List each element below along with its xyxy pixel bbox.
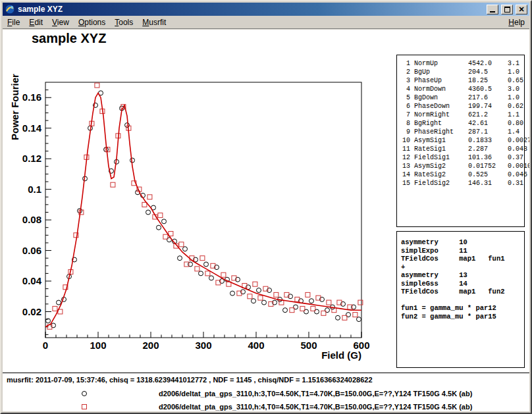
parameter-panel: 1NormUp4542.03.12BgUp204.51.03PhaseUp18.… [396, 55, 525, 227]
menu-file[interactable]: File [3, 16, 24, 28]
legend-label: d2006/deltat_pta_gps_3110,h:4,T0=4.50K,T… [159, 403, 472, 411]
theory-line: + [401, 263, 520, 272]
close-button[interactable]: ✕ [516, 5, 527, 14]
canvas-area: sample XYZ 01002003004005006000.020.040.… [3, 30, 529, 411]
close-icon: ✕ [518, 6, 524, 13]
y-tick-label: 0.02 [22, 306, 41, 317]
y-tick-label: 0.04 [22, 275, 42, 286]
x-tick-label: 0 [43, 340, 48, 351]
param-row: 13AsymSig20.017520.00101 [400, 162, 521, 170]
menu-bar-left: FileEditViewOptionsToolsMusrfit [3, 16, 171, 28]
window-title: sample XYZ [18, 5, 484, 14]
param-row: 7NormRight621.21.1 [400, 111, 521, 119]
x-tick-label: 200 [142, 340, 159, 351]
menu-view[interactable]: View [47, 16, 74, 28]
x-axis-title: Field (G) [321, 349, 361, 361]
legend-row: d2006/deltat_pta_gps_3110,h:3,T0=4.50K,T… [3, 388, 529, 400]
menu-bar-right: Help [504, 16, 529, 28]
param-row: 1NormUp4542.03.1 [400, 59, 521, 68]
y-tick-label: 0.1 [28, 184, 41, 195]
param-list: 1NormUp4542.03.12BgUp204.51.03PhaseUp18.… [400, 59, 521, 188]
plot-svg[interactable]: 01002003004005006000.020.040.060.080.10.… [3, 30, 395, 372]
y-tick-label: 0.14 [22, 122, 42, 134]
menu-edit[interactable]: Edit [24, 16, 47, 28]
x-tick-label: 400 [248, 340, 264, 351]
y-axis-title: Power Fourier [9, 74, 20, 140]
series-fit-line [45, 93, 361, 326]
menu-musrfit[interactable]: Musrfit [138, 16, 171, 28]
param-row: 12FieldSig1101.360.37 [400, 153, 521, 162]
param-row: 5BgDown217.61.0 [400, 93, 521, 102]
theory-panel: asymmetry 10simplExpo 11TFieldCos map1 f… [396, 231, 525, 368]
minimize-icon [490, 11, 495, 13]
param-row: 8BgRight42.610.80 [400, 119, 521, 128]
menu-options[interactable]: Options [74, 16, 110, 28]
menu-bar: FileEditViewOptionsToolsMusrfit Help [3, 16, 529, 29]
y-tick-label: 0.06 [22, 245, 41, 256]
menu-tools[interactable]: Tools [110, 16, 138, 28]
theory-line: fun1 = gamma_mu * par12 [401, 304, 520, 313]
series-h3-circles [46, 91, 361, 328]
plot-frame [45, 82, 361, 338]
param-row: 11RateSig12.2870.043 [400, 145, 521, 153]
legend-marker-square [82, 404, 87, 409]
param-row: 9PhaseRight287.11.4 [400, 128, 521, 136]
theory-line: asymmetry 10 [401, 238, 520, 247]
theory-line: TFieldCos map1 fun1 [401, 255, 520, 263]
minimize-button[interactable] [487, 5, 498, 14]
theory-line: asymmetry 13 [401, 271, 520, 280]
x-tick-label: 100 [90, 340, 106, 351]
param-row: 6PhaseDown199.740.62 [400, 102, 521, 111]
legend-marker-circle [82, 391, 87, 396]
x-tick-label: 500 [300, 340, 317, 351]
theory-line: simplExpo 11 [401, 247, 520, 255]
param-row: 14RateSig20.5250.046 [400, 170, 521, 179]
fit-stats: musrfit: 2011-07-09, 15:37:46, chisq = 1… [7, 376, 373, 384]
titlebar[interactable]: sample XYZ ✕ [3, 3, 529, 16]
legend-row: d2006/deltat_pta_gps_3110,h:4,T0=4.50K,T… [3, 401, 529, 411]
param-row: 10AsymSig10.18330.0027 [400, 136, 521, 145]
app-window: sample XYZ ✕ FileEditViewOptionsToolsMus… [0, 0, 532, 414]
menu-help[interactable]: Help [504, 16, 529, 28]
y-tick-label: 0.12 [22, 153, 41, 164]
x-tick-label: 300 [195, 340, 211, 351]
theory-line: fun2 = gamma_mu * par15 [401, 313, 520, 321]
param-row: 4NormDown4360.53.0 [400, 85, 521, 93]
param-row: 3PhaseUp18.250.65 [400, 76, 521, 85]
param-row: 15FieldSig2146.310.31 [400, 179, 521, 188]
theory-line: simpleGss 14 [401, 280, 520, 288]
theory-lines: asymmetry 10simplExpo 11TFieldCos map1 f… [401, 238, 520, 321]
footer-separator [3, 373, 529, 373]
y-tick-label: 0.08 [22, 214, 41, 225]
param-row: 2BgUp204.51.0 [400, 68, 521, 76]
y-tick-label: 0.16 [22, 91, 41, 103]
legend-label: d2006/deltat_pta_gps_3110,h:3,T0=4.50K,T… [159, 390, 472, 398]
app-icon [5, 4, 15, 14]
series-h4-squares [47, 83, 363, 329]
maximize-button[interactable] [501, 5, 513, 14]
theory-line: TFieldCos map1 fun2 [401, 288, 520, 296]
maximize-icon [504, 7, 510, 13]
theory-line [401, 296, 520, 305]
